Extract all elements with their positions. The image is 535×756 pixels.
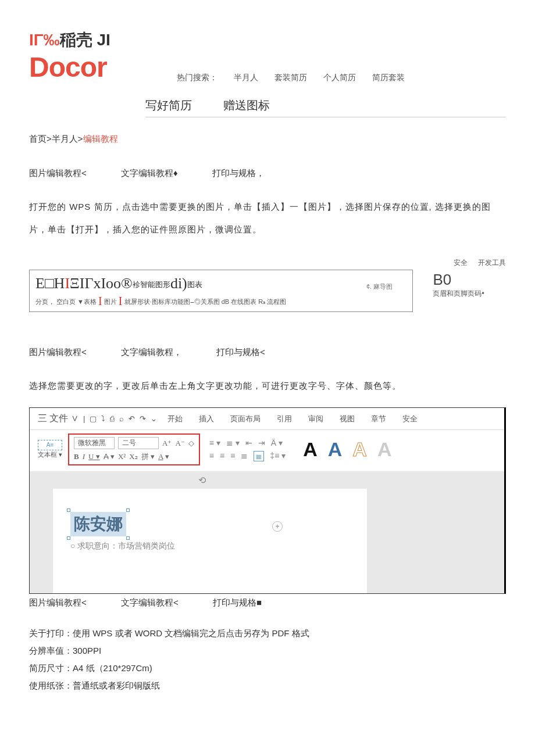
tab-text-edit[interactable]: 文字编辑教程<	[121, 597, 179, 607]
underline-icon[interactable]: U ▾	[88, 452, 100, 461]
nav-tab-icons[interactable]: 赠送图标	[223, 99, 270, 112]
logo-cn: 稲壳	[60, 31, 92, 49]
text-effects-icon[interactable]: Ä ▾	[271, 438, 283, 447]
breadcrumb-current: 编辑教程	[83, 134, 118, 144]
tab-image-edit[interactable]: 图片编辑教程<	[29, 347, 87, 357]
breadcrumb-sep: >	[78, 134, 83, 144]
editor-top-toolbar: 三 文件 ∨ | ▢ ⤵ ⎙ ⌕ ↶ ↷ ⌄ 开始 插入 页面布局 引用 审阅 …	[30, 408, 504, 430]
selection-handle[interactable]	[67, 536, 70, 540]
wps-chart-label: 图表	[187, 280, 202, 289]
new-doc-icon[interactable]: ▢	[90, 414, 97, 423]
clear-format-icon[interactable]: ◇	[188, 439, 194, 448]
textframe-button[interactable]: A≡ 文本框 ▾	[38, 440, 62, 459]
tab-text-edit[interactable]: 文字编辑教程，	[121, 347, 182, 357]
superscript-icon[interactable]: X²	[118, 452, 126, 461]
file-menu[interactable]: 三 文件 ∨	[38, 413, 79, 425]
print-spec-line: 分辨率值：300PPI	[29, 642, 506, 660]
print-icon[interactable]: ⎙	[110, 414, 115, 423]
wps-glyphs: ΞIΓxIoo®	[70, 275, 133, 292]
tab-review[interactable]: 审阅	[308, 414, 323, 424]
add-handle-icon[interactable]: +	[272, 521, 283, 532]
logo-main: Docor	[29, 51, 110, 83]
align-distribute-icon[interactable]: ≣	[254, 451, 264, 461]
tab-print-spec[interactable]: 打印与规格<	[216, 347, 265, 357]
hot-search-item[interactable]: 套装简历	[274, 73, 307, 82]
align-left-icon[interactable]: ≡	[209, 451, 214, 461]
selection-handle[interactable]	[126, 536, 130, 540]
tab-image-edit[interactable]: 图片编辑教程<	[29, 168, 87, 178]
logo-top-line: IΓ‰稲壳 JI	[29, 29, 110, 51]
shrink-font-icon[interactable]: A⁻	[175, 439, 184, 448]
tab-reference[interactable]: 引用	[277, 414, 292, 424]
strike-icon[interactable]: A̶ ▾	[104, 452, 115, 461]
divider: |	[83, 414, 85, 423]
hot-search-item[interactable]: 个人简历	[323, 73, 356, 82]
hot-search-item[interactable]: 简历套装	[372, 73, 405, 82]
section-text-tutorial: 图片编辑教程< 文字编辑教程， 打印与规格< 选择您需要更改的字，更改后单击左上…	[29, 347, 506, 397]
nav-tab-resume[interactable]: 写好简历	[145, 99, 192, 112]
tab-image-edit[interactable]: 图片编辑教程<	[29, 597, 87, 607]
hot-search-item[interactable]: 半月人	[234, 73, 258, 82]
number-list-icon[interactable]: ≣ ▾	[226, 438, 240, 447]
tab-chapter[interactable]: 章节	[371, 414, 386, 424]
font-color-icon[interactable]: A ▾	[158, 452, 169, 461]
hot-search: 热门搜索：半月人套装简历个人简历简历套装	[177, 73, 421, 83]
logo: IΓ‰稲壳 JI Docor	[29, 29, 110, 83]
undo-icon[interactable]: ↶	[129, 414, 135, 423]
selection-handle[interactable]	[67, 508, 70, 512]
align-right-icon[interactable]: ≡	[230, 451, 235, 461]
phonetic-icon[interactable]: 拼 ▾	[141, 452, 155, 462]
style-preset-outline[interactable]: A	[352, 438, 367, 461]
wps-header-footer-label: 页眉和页脚页码•	[433, 289, 502, 299]
tab-security[interactable]: 安全	[402, 414, 418, 424]
tab-text-edit[interactable]: 文字编辑教程♦	[121, 168, 178, 178]
tab-layout[interactable]: 页面布局	[230, 414, 261, 424]
align-justify-icon[interactable]: ≣	[241, 451, 248, 461]
tab-insert[interactable]: 插入	[199, 414, 214, 424]
align-center-icon[interactable]: ≡	[220, 451, 224, 461]
hot-search-label: 热门搜索：	[177, 73, 217, 82]
tab-start[interactable]: 开始	[167, 414, 183, 424]
wps-editor-screenshot: 三 文件 ∨ | ▢ ⤵ ⎙ ⌕ ↶ ↷ ⌄ 开始 插入 页面布局 引用 审阅 …	[29, 407, 506, 594]
wps-ribbon-top-row: E□HIΞIΓxIoo®袗智能图形di)图表	[35, 275, 406, 292]
tab-view[interactable]: 视图	[340, 414, 355, 424]
style-preset-blue[interactable]: A	[328, 438, 343, 461]
open-icon[interactable]: ⤵	[101, 414, 105, 423]
font-name-select[interactable]: 微软雅黑	[74, 437, 115, 449]
font-size-select[interactable]: 二号	[118, 437, 159, 449]
italic-icon[interactable]: I	[83, 452, 85, 461]
more-icon[interactable]: ⌄	[151, 414, 157, 423]
job-intent-text: ○ 求职意向：市场营销类岗位	[70, 541, 349, 551]
breadcrumb-home[interactable]: 首页	[29, 134, 47, 144]
wps-red-i: I	[65, 275, 70, 292]
wps-mindmap-label: ¢. 麻导图	[366, 282, 393, 291]
header: IΓ‰稲壳 JI Docor 热门搜索：半月人套装简历个人简历简历套装 写好简历…	[29, 29, 506, 117]
wps-b0-label: B0	[433, 271, 502, 289]
indent-left-icon[interactable]: ⇤	[245, 438, 252, 447]
document-page: IΓ‰稲壳 JI Docor 热门搜索：半月人套装简历个人简历简历套装 写好简历…	[0, 0, 535, 718]
tab-print-spec[interactable]: 打印与规格，	[212, 168, 265, 178]
font-group-highlighted: 微软雅黑 二号 A⁺ A⁻ ◇ B I U ▾ A̶ ▾ X² X₂ 拼 ▾ A…	[68, 433, 200, 465]
print-spec-list: 关于打印：使用 WPS 或者 WORD 文档编辑完之后点击另存为 PDF 格式 …	[29, 625, 506, 694]
bold-icon[interactable]: B	[74, 452, 79, 461]
textframe-label: 文本框 ▾	[38, 450, 62, 459]
grow-font-icon[interactable]: A⁺	[162, 439, 172, 448]
style-preset-black[interactable]: A	[303, 438, 318, 461]
redo-icon[interactable]: ↷	[140, 414, 146, 423]
indent-right-icon[interactable]: ⇥	[258, 438, 265, 447]
preview-icon[interactable]: ⌕	[119, 414, 124, 423]
section2-paragraph: 选择您需要更改的字，更改后单击左上角文字更改功能，可进行更改字号、字体、颜色等。	[29, 374, 506, 397]
tab-print-spec[interactable]: 打印与规格■	[213, 597, 262, 607]
document-page-area[interactable]: ⟲ 陈安娜 + ○ 求职意向：市场营销类岗位	[53, 489, 367, 593]
print-spec-line: 简历尺寸：A4 纸（210*297Cm)	[29, 660, 506, 677]
bullet-list-icon[interactable]: ≡ ▾	[209, 438, 220, 447]
breadcrumb-mid[interactable]: 半月人	[52, 134, 78, 144]
style-preset-light[interactable]: A	[377, 438, 392, 461]
rotate-handle-icon[interactable]: ⟲	[198, 475, 206, 486]
selected-name-text[interactable]: 陈安娜	[70, 512, 126, 536]
selection-handle[interactable]	[126, 508, 130, 512]
wps-bottom-text: 就屏形状·图标库功能图‒◎关系图 dB 在线图表 R₃ 流程图	[123, 298, 287, 305]
style-presets: A A A A	[303, 438, 391, 461]
subscript-icon[interactable]: X₂	[129, 452, 137, 461]
line-spacing-icon[interactable]: ‡≡ ▾	[270, 451, 286, 461]
